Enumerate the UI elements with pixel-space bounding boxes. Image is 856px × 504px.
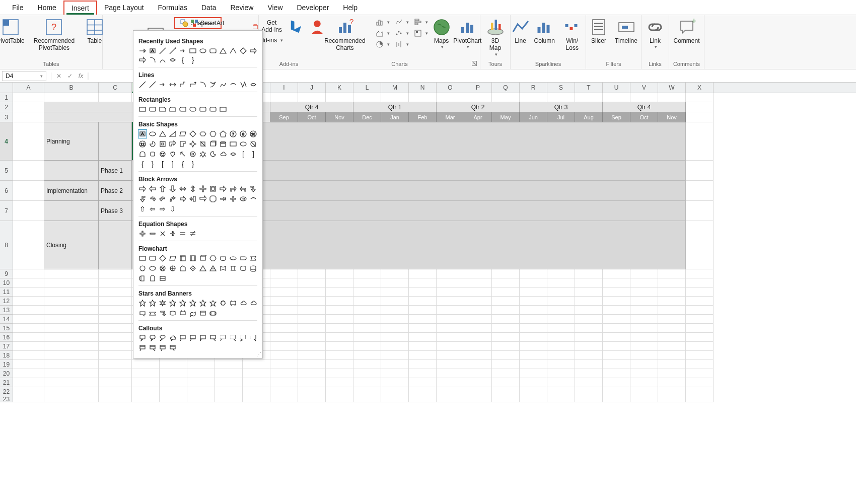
shape-item[interactable] bbox=[199, 47, 207, 55]
cell[interactable] bbox=[492, 306, 520, 315]
shape-item[interactable] bbox=[138, 105, 147, 113]
row-header-23[interactable]: 23 bbox=[0, 396, 13, 402]
cell[interactable] bbox=[326, 333, 353, 342]
cell[interactable] bbox=[326, 297, 353, 306]
cell[interactable] bbox=[630, 351, 658, 360]
cell[interactable] bbox=[353, 378, 381, 387]
cell[interactable] bbox=[13, 306, 44, 315]
shape-item[interactable] bbox=[149, 334, 157, 342]
column-header-V[interactable]: V bbox=[630, 83, 658, 93]
shape-item[interactable] bbox=[189, 254, 197, 262]
cell[interactable] bbox=[437, 396, 464, 402]
cell[interactable] bbox=[99, 324, 132, 333]
cell[interactable] bbox=[630, 306, 658, 315]
cell[interactable] bbox=[630, 360, 658, 369]
shape-item[interactable] bbox=[189, 264, 197, 272]
shape-item[interactable] bbox=[179, 47, 187, 55]
shape-item[interactable]: [ bbox=[239, 150, 247, 158]
shape-item[interactable] bbox=[239, 185, 247, 193]
shape-item[interactable] bbox=[149, 56, 157, 64]
cell[interactable] bbox=[603, 269, 630, 278]
cell[interactable] bbox=[132, 369, 160, 378]
shape-item[interactable] bbox=[189, 81, 197, 89]
cell[interactable] bbox=[44, 278, 99, 287]
cell[interactable] bbox=[437, 333, 464, 342]
cell[interactable] bbox=[603, 306, 630, 315]
line-chart-button[interactable] bbox=[393, 17, 411, 27]
column-header-U[interactable]: U bbox=[603, 83, 630, 93]
cell[interactable] bbox=[492, 342, 520, 351]
shape-item[interactable] bbox=[179, 254, 187, 262]
cell[interactable] bbox=[686, 201, 714, 221]
shape-item[interactable] bbox=[169, 309, 177, 317]
shape-item[interactable] bbox=[219, 264, 227, 272]
cell[interactable] bbox=[13, 201, 44, 221]
cell[interactable] bbox=[160, 396, 187, 402]
cell[interactable] bbox=[270, 387, 298, 396]
cell[interactable] bbox=[99, 333, 132, 342]
gantt-month-Aug[interactable]: Aug bbox=[575, 112, 603, 122]
cell[interactable] bbox=[630, 369, 658, 378]
cell[interactable] bbox=[547, 297, 575, 306]
shape-item[interactable] bbox=[189, 130, 197, 138]
cell[interactable] bbox=[686, 369, 714, 378]
pie-chart-button[interactable] bbox=[374, 39, 392, 49]
comment-button[interactable]: + Comment bbox=[671, 17, 703, 45]
cell[interactable] bbox=[409, 369, 437, 378]
shape-item[interactable] bbox=[138, 264, 147, 272]
cell[interactable] bbox=[270, 269, 298, 278]
shape-item[interactable]: ⇨ bbox=[159, 205, 167, 213]
shape-item[interactable] bbox=[169, 299, 177, 307]
cell[interactable] bbox=[686, 102, 714, 112]
cell[interactable] bbox=[603, 315, 630, 324]
shape-item[interactable] bbox=[149, 130, 157, 138]
cell[interactable] bbox=[520, 287, 547, 297]
cell[interactable] bbox=[603, 342, 630, 351]
row-header-17[interactable]: 17 bbox=[0, 342, 13, 351]
cell[interactable] bbox=[630, 287, 658, 297]
column-header-L[interactable]: L bbox=[353, 83, 381, 93]
row-header-1[interactable]: 1 bbox=[0, 93, 13, 102]
shape-item[interactable] bbox=[169, 254, 177, 262]
cell[interactable] bbox=[547, 378, 575, 387]
row-header-22[interactable]: 22 bbox=[0, 387, 13, 396]
shape-item[interactable]: } bbox=[149, 160, 157, 168]
shape-item[interactable] bbox=[239, 334, 247, 342]
cell[interactable] bbox=[270, 342, 298, 351]
shape-item[interactable] bbox=[149, 264, 157, 272]
cell[interactable] bbox=[686, 387, 714, 396]
cell[interactable] bbox=[187, 396, 215, 402]
cell[interactable] bbox=[409, 297, 437, 306]
cell[interactable] bbox=[603, 396, 630, 402]
cell[interactable] bbox=[13, 369, 44, 378]
cell[interactable] bbox=[464, 369, 492, 378]
cell[interactable] bbox=[99, 315, 132, 324]
cell[interactable] bbox=[243, 360, 270, 369]
shape-item[interactable]: A bbox=[149, 47, 157, 55]
select-all-corner[interactable] bbox=[0, 83, 13, 93]
resize-grip-icon[interactable]: ⋰ bbox=[256, 351, 261, 357]
cell[interactable] bbox=[575, 324, 603, 333]
shape-item[interactable] bbox=[179, 195, 187, 203]
cell[interactable] bbox=[99, 93, 132, 102]
cell[interactable] bbox=[270, 306, 298, 315]
cell[interactable] bbox=[492, 278, 520, 287]
cell[interactable] bbox=[99, 297, 132, 306]
cell[interactable] bbox=[575, 351, 603, 360]
cell[interactable] bbox=[686, 396, 714, 402]
cell[interactable] bbox=[326, 278, 353, 287]
shape-item[interactable] bbox=[209, 185, 217, 193]
cell[interactable] bbox=[630, 315, 658, 324]
cell[interactable] bbox=[603, 387, 630, 396]
tab-view[interactable]: View bbox=[260, 1, 290, 14]
cell[interactable] bbox=[686, 342, 714, 351]
cell[interactable] bbox=[298, 324, 326, 333]
cell[interactable] bbox=[44, 287, 99, 297]
shape-item[interactable]: ] bbox=[169, 160, 177, 168]
cell[interactable] bbox=[381, 93, 409, 102]
cell[interactable] bbox=[492, 93, 520, 102]
shape-item[interactable] bbox=[219, 150, 227, 158]
cell[interactable] bbox=[575, 93, 603, 102]
shape-item[interactable]: 8 bbox=[239, 130, 247, 138]
cell[interactable] bbox=[99, 369, 132, 378]
